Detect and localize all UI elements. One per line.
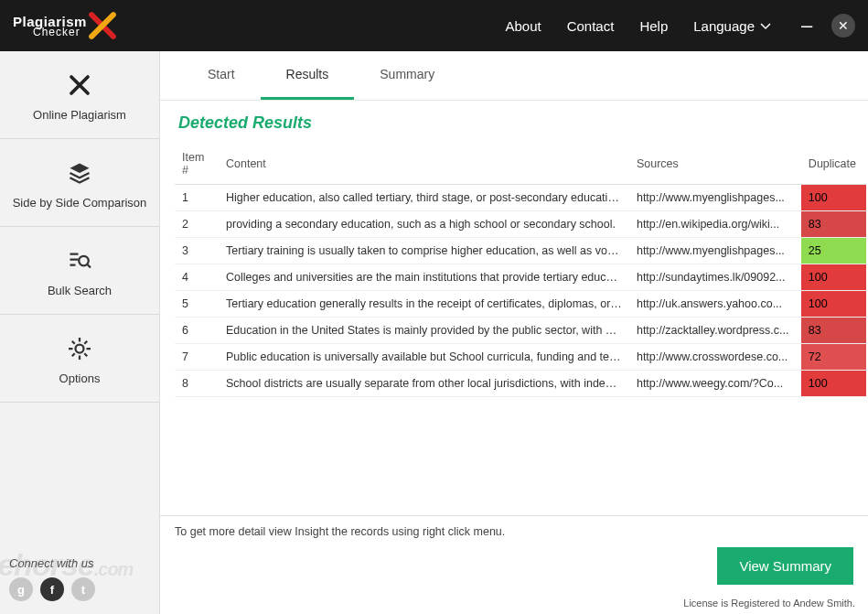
sidebar-item-side-by-side[interactable]: Side by Side Comparison <box>0 139 159 227</box>
tab-results[interactable]: Results <box>261 51 355 100</box>
x-icon <box>64 71 95 99</box>
cell-source: http://sundaytimes.lk/09092... <box>629 264 801 291</box>
cell-content: providing a secondary education, such as… <box>219 211 629 238</box>
cell-source: http://uk.answers.yahoo.co... <box>629 291 801 318</box>
logo-x-icon <box>87 10 118 41</box>
cell-source: http://www.weegy.com/?Co... <box>629 371 801 397</box>
sidebar-item-options[interactable]: Options <box>0 315 159 403</box>
col-content[interactable]: Content <box>219 145 629 185</box>
chevron-down-icon <box>760 18 771 34</box>
list-search-icon <box>64 247 95 275</box>
cell-duplicate: 25 <box>801 238 866 264</box>
results-table: Item # Content Sources Duplicate 1Higher… <box>175 145 866 397</box>
cell-duplicate: 72 <box>801 344 866 371</box>
table-row[interactable]: 7Public education is universally availab… <box>175 344 866 371</box>
cell-content: Public education is universally availabl… <box>219 344 629 371</box>
col-sources[interactable]: Sources <box>629 145 801 185</box>
table-row[interactable]: 5Tertiary education generally results in… <box>175 291 866 318</box>
titlebar: Plagiarism Checker About Contact Help La… <box>0 0 868 51</box>
table-row[interactable]: 1Higher education, also called tertiary,… <box>175 185 866 211</box>
svg-point-1 <box>76 345 84 353</box>
footer: To get more detail view Insight the reco… <box>160 515 868 594</box>
google-plus-icon[interactable]: g <box>9 577 33 601</box>
window-controls: – ✕ <box>795 14 855 38</box>
col-item[interactable]: Item # <box>175 145 219 185</box>
connect-panel: Connect with us g f t <box>0 547 159 614</box>
table-row[interactable]: 3Tertiary training is usually taken to c… <box>175 238 866 264</box>
cell-item: 7 <box>175 344 219 371</box>
cell-duplicate: 100 <box>801 185 866 211</box>
cell-item: 2 <box>175 211 219 238</box>
cell-item: 8 <box>175 371 219 397</box>
table-row[interactable]: 8School districts are usually separate f… <box>175 371 866 397</box>
col-duplicate[interactable]: Duplicate <box>801 145 866 185</box>
nav-about[interactable]: About <box>505 18 541 34</box>
sidebar-item-label: Side by Side Comparison <box>7 196 152 210</box>
cell-content: Tertiary training is usually taken to co… <box>219 238 629 264</box>
table-row[interactable]: 2providing a secondary education, such a… <box>175 211 866 238</box>
close-button[interactable]: ✕ <box>831 14 855 38</box>
connect-title: Connect with us <box>9 556 150 570</box>
twitter-icon[interactable]: t <box>71 577 95 601</box>
sidebar-item-online-plagiarism[interactable]: Online Plagiarism <box>0 51 159 139</box>
brand-line2: Checker <box>33 27 87 38</box>
layers-icon <box>64 159 95 187</box>
nav-language-label: Language <box>693 18 755 34</box>
sidebar-item-label: Options <box>7 372 152 385</box>
page-heading: Detected Results <box>178 113 868 133</box>
cell-content: Colleges and universities are the main i… <box>219 264 629 291</box>
sidebar-item-bulk-search[interactable]: Bulk Search <box>0 227 159 315</box>
app-logo: Plagiarism Checker <box>13 10 118 41</box>
cell-content: School districts are usually separate fr… <box>219 371 629 397</box>
minimize-button[interactable]: – <box>795 14 819 38</box>
svg-point-0 <box>79 256 89 266</box>
cell-source: http://zacktalley.wordpress.c... <box>629 318 801 344</box>
tabs: Start Results Summary <box>160 51 868 101</box>
cell-duplicate: 83 <box>801 318 866 344</box>
sidebar: Online Plagiarism Side by Side Compariso… <box>0 51 160 614</box>
view-summary-button[interactable]: View Summary <box>717 547 853 585</box>
results-content: Detected Results Item # Content Sources … <box>160 101 868 515</box>
cell-source: http://en.wikipedia.org/wiki... <box>629 211 801 238</box>
cell-item: 4 <box>175 264 219 291</box>
tab-summary[interactable]: Summary <box>354 51 460 100</box>
cell-source: http://www.myenglishpages... <box>629 238 801 264</box>
table-row[interactable]: 4Colleges and universities are the main … <box>175 264 866 291</box>
cell-item: 6 <box>175 318 219 344</box>
nav-help[interactable]: Help <box>639 18 668 34</box>
hint-text: To get more detail view Insight the reco… <box>175 525 853 538</box>
facebook-icon[interactable]: f <box>40 577 64 601</box>
top-nav: About Contact Help Language <box>505 18 771 34</box>
cell-item: 3 <box>175 238 219 264</box>
license-text: License is Registered to Andew Smith. <box>160 594 868 614</box>
sidebar-item-label: Online Plagiarism <box>7 108 152 122</box>
cell-duplicate: 83 <box>801 211 866 238</box>
nav-contact[interactable]: Contact <box>567 18 615 34</box>
cell-source: http://www.myenglishpages... <box>629 185 801 211</box>
cell-content: Tertiary education generally results in … <box>219 291 629 318</box>
nav-language[interactable]: Language <box>693 18 771 34</box>
cell-duplicate: 100 <box>801 291 866 318</box>
tab-start[interactable]: Start <box>182 51 261 100</box>
main-panel: Start Results Summary Detected Results I… <box>160 51 868 614</box>
sidebar-item-label: Bulk Search <box>7 284 152 297</box>
cell-item: 1 <box>175 185 219 211</box>
cell-item: 5 <box>175 291 219 318</box>
cell-duplicate: 100 <box>801 264 866 291</box>
table-row[interactable]: 6Education in the United States is mainl… <box>175 318 866 344</box>
gear-icon <box>64 335 95 362</box>
cell-source: http://www.crosswordese.co... <box>629 344 801 371</box>
cell-content: Education in the United States is mainly… <box>219 318 629 344</box>
cell-duplicate: 100 <box>801 371 866 397</box>
cell-content: Higher education, also called tertiary, … <box>219 185 629 211</box>
